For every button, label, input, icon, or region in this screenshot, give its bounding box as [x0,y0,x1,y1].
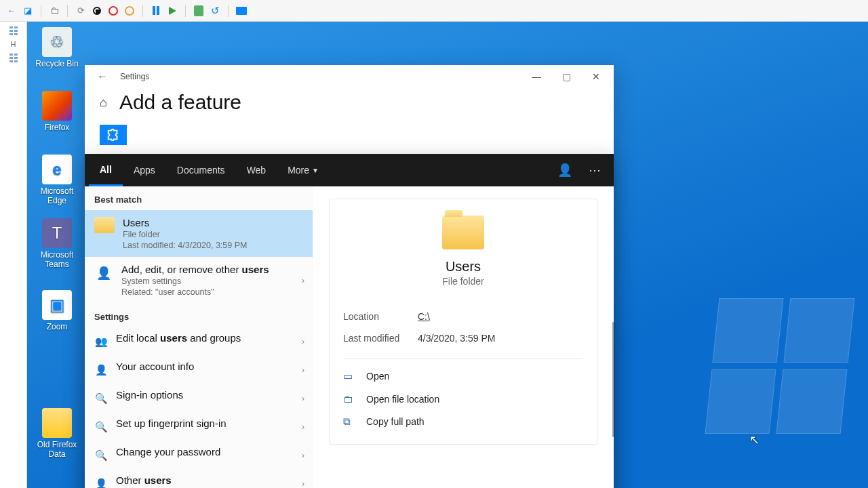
window-title: Settings [120,72,149,81]
meta-key: Last modified [343,333,418,344]
settings-item-label: Set up fingerprint sign-in [116,418,226,429]
back-button[interactable]: ← [87,70,117,83]
open-icon: ▭ [343,370,355,382]
toolbar-record-icon[interactable] [107,5,119,17]
search-tabs: All Apps Documents Web More▼ 👤 ⋯ [85,154,614,186]
location-link[interactable]: C:\ [418,311,430,322]
close-button[interactable]: ✕ [581,66,611,87]
toolbar-snapshot-icon[interactable] [193,5,205,17]
settings-result-3[interactable]: 🔍Set up fingerprint sign-in› [85,413,313,441]
desktop-icon-zoom[interactable]: ▣Zoom [33,290,81,331]
result-other-users-setting[interactable]: 👤 Add, edit, or remove other users Syste… [85,257,313,304]
toolbar-display-icon[interactable] [235,5,248,17]
result-detail-pane: Users File folder Location C:\ Last modi… [313,186,614,488]
chevron-right-icon: › [302,451,304,460]
toolbar-separator [185,5,186,17]
results-list: Best match Users File folder Last modifi… [85,186,313,488]
section-best-match: Best match [85,186,313,210]
result-users-folder[interactable]: Users File folder Last modified: 4/3/202… [85,210,313,257]
settings-item-icon: 🔍 [94,418,108,436]
action-copy-path[interactable]: ⧉ Copy full path [343,410,583,433]
result-subtitle: File folder [123,230,247,239]
divider [343,359,583,359]
desktop-icon-edge[interactable]: eMicrosoft Edge [33,155,81,205]
tab-web[interactable]: Web [236,154,277,186]
side-table-icon[interactable] [7,53,20,62]
settings-item-icon: 👥 [94,332,108,351]
minimize-button[interactable]: — [521,66,551,87]
more-options-icon[interactable]: ⋯ [580,154,610,186]
toolbar-refresh-icon[interactable]: ⟳ [75,5,87,17]
settings-item-icon: 🔍 [94,446,108,465]
chevron-right-icon: › [302,394,304,403]
settings-item-icon: 🔍 [94,389,108,408]
edge-icon: e [42,155,72,184]
desktop-icon-teams[interactable]: TMicrosoft Teams [33,218,81,269]
toolbar-pause-icon[interactable] [150,5,162,17]
settings-result-5[interactable]: 👤Other users› [85,470,313,488]
home-icon[interactable]: ⌂ [100,96,107,110]
firefox-icon [42,91,72,121]
settings-item-label: Edit local users and groups [116,332,241,344]
chevron-right-icon: › [302,337,304,346]
feedback-icon[interactable]: 👤 [550,154,580,186]
maximize-button[interactable]: ▢ [551,66,581,87]
result-related: Related: "user accounts" [121,287,269,297]
toolbar-separator [41,5,41,17]
old-firefox-icon [42,408,72,438]
puzzle-icon [106,127,121,142]
chevron-right-icon: › [302,479,304,488]
settings-result-2[interactable]: 🔍Sign-in options› [85,384,313,413]
action-open-location[interactable]: 🗀 Open file location [343,388,583,410]
settings-item-icon: 👤 [94,361,108,380]
result-title: Users [123,217,247,228]
side-table-icon[interactable] [7,26,20,35]
toolbar-power-icon[interactable] [123,5,136,17]
toolbar-undo-icon[interactable]: ↺ [209,5,221,17]
meta-key: Location [343,311,418,322]
detail-subtitle: File folder [343,276,583,287]
feature-tile[interactable] [100,125,127,145]
action-open[interactable]: ▭ Open [343,365,583,388]
folder-icon [94,217,115,233]
desktop-icon-recycle-bin[interactable]: ♲Recycle Bin [33,27,81,68]
settings-item-icon: 👤 [94,474,108,488]
zoom-icon: ▣ [42,290,72,320]
tab-more[interactable]: More▼ [277,154,330,186]
tab-apps[interactable]: Apps [123,154,166,186]
copy-icon: ⧉ [343,415,355,428]
desktop-icon-label: Microsoft Edge [33,186,81,205]
desktop[interactable]: ↖ ♲Recycle BinFirefoxeMicrosoft EdgeTMic… [27,22,868,488]
settings-item-label: Sign-in options [116,389,183,401]
settings-result-1[interactable]: 👤Your account info› [85,356,313,384]
settings-result-0[interactable]: 👥Edit local users and groups› [85,327,313,356]
desktop-icon-label: Recycle Bin [33,59,81,68]
settings-result-4[interactable]: 🔍Change your password› [85,441,313,470]
desktop-icon-label: Zoom [33,322,81,331]
settings-item-label: Other users [116,474,172,486]
folder-icon [442,216,484,249]
detail-location-row: Location C:\ [343,306,583,327]
desktop-icon-firefox[interactable]: Firefox [33,91,81,132]
windows-logo-icon [705,298,854,434]
toolbar-back-icon[interactable]: ← [5,5,18,17]
tab-documents[interactable]: Documents [166,154,236,186]
recycle-bin-icon: ♲ [42,27,72,57]
page-title: Add a feature [119,91,241,114]
desktop-icon-label: Old Firefox Data [33,440,81,459]
toolbar-separator [228,5,229,17]
toolbar-open-icon[interactable]: 🗀 [48,5,60,17]
detail-modified-row: Last modified 4/3/2020, 3:59 PM [343,327,583,349]
settings-item-label: Change your password [116,446,220,458]
toolbar-window-icon[interactable]: ◪ [22,5,34,17]
desktop-icon-old-firefox[interactable]: Old Firefox Data [33,408,81,459]
toolbar-play-icon[interactable] [166,5,178,17]
page-header: ⌂ Add a feature [85,88,614,121]
tab-all[interactable]: All [89,154,123,186]
chevron-right-icon: › [302,276,304,285]
toolbar-stop-icon[interactable] [91,5,103,17]
side-panel: H [0,22,27,488]
section-settings: Settings [85,304,313,327]
scrollbar[interactable] [612,322,614,437]
detail-card: Users File folder Location C:\ Last modi… [329,199,597,445]
